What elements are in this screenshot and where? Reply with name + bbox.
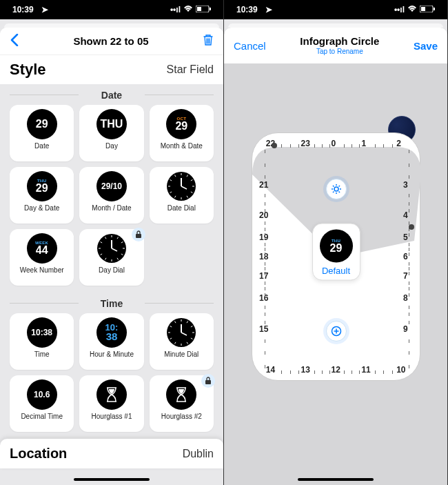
tile-minute-dial[interactable]: Minute Dial (150, 313, 214, 370)
back-button[interactable] (10, 32, 19, 50)
tile-hour-minute[interactable]: 10:38Hour & Minute (79, 313, 143, 370)
minute-dial-icon (166, 317, 196, 348)
tile-day-date[interactable]: THU29Day & Date (10, 167, 74, 224)
hour-9[interactable]: 9 (403, 324, 408, 334)
tile-month-date[interactable]: OCT29Month & Date (150, 105, 214, 161)
hour-21[interactable]: 21 (259, 180, 268, 190)
right-phone: 10:39 ➤ ••ıl Cancel Infograph Circle Tap… (224, 0, 448, 485)
right-sheet: Cancel Infograph Circle Tap to Rename Sa… (224, 28, 447, 485)
status-right: ••ıl (394, 5, 435, 14)
month-date-icon: OCT29 (166, 109, 196, 139)
handle-5[interactable] (409, 224, 414, 230)
location-row[interactable]: Location Dublin (0, 439, 223, 468)
content-area[interactable]: Date 29DateTHUDayOCT29Month & DateTHU29D… (0, 84, 223, 485)
day-date-icon: THU29 (27, 171, 57, 201)
hourglass-1-label: Hourglass #1 (92, 413, 132, 420)
hour-6[interactable]: 6 (403, 252, 408, 261)
status-bar: 10:39 ➤ ••ıl (224, 0, 447, 19)
tile-month-slash-date[interactable]: 29/10Month / Date (79, 167, 143, 224)
hour-4[interactable]: 4 (403, 210, 408, 220)
tile-hourglass-2[interactable]: Hourglass #2 (150, 375, 214, 432)
cancel-button[interactable]: Cancel (234, 40, 266, 52)
hour-14[interactable]: 14 (266, 365, 275, 375)
watch-face[interactable]: 22230123456789101112131415161718192021 T… (252, 132, 420, 381)
month-date-label: Month & Date (161, 142, 203, 150)
right-title[interactable]: Infograph Circle Tap to Rename (300, 36, 379, 55)
nav-bar: Shown 22 to 05 (0, 28, 223, 55)
style-value: Star Field (167, 63, 214, 76)
hour-16[interactable]: 16 (259, 293, 268, 303)
battery-icon (420, 5, 435, 14)
tile-hourglass-1[interactable]: Hourglass #1 (79, 375, 143, 432)
location-label: Location (10, 446, 67, 462)
week-number-label: Week Number (20, 266, 64, 274)
wifi-icon (407, 5, 417, 14)
month-slash-date-icon: 29/10 (96, 171, 127, 201)
tile-date-dial[interactable]: Date Dial (150, 167, 214, 224)
hour-3[interactable]: 3 (403, 180, 408, 190)
day-icon: THU (96, 109, 127, 139)
decimal-time-label: Decimal Time (21, 413, 63, 420)
hour-20[interactable]: 20 (259, 210, 268, 220)
section-date-header: Date (0, 84, 223, 105)
tile-day-dial[interactable]: Day Dial (79, 229, 143, 286)
style-row[interactable]: Style Star Field (0, 55, 223, 84)
rename-hint: Tap to Rename (300, 48, 379, 55)
hour-2[interactable]: 2 (396, 139, 401, 148)
hour-11[interactable]: 11 (361, 365, 370, 375)
svg-rect-1 (210, 8, 211, 10)
save-button[interactable]: Save (414, 40, 438, 52)
hourglass-2-icon (166, 379, 196, 410)
hour-23[interactable]: 23 (301, 139, 310, 148)
home-indicator[interactable] (298, 478, 374, 481)
nav-title: Shown 22 to 05 (73, 35, 148, 47)
day-dial-label: Day Dial (99, 266, 125, 274)
hour-5[interactable]: 5 (403, 232, 408, 242)
hour-minute-icon: 10:38 (96, 317, 127, 348)
svg-rect-52 (421, 7, 425, 11)
svg-line-59 (338, 192, 340, 193)
month-slash-date-label: Month / Date (92, 204, 131, 212)
status-right: ••ıl (170, 5, 211, 14)
date-grid: 29DateTHUDayOCT29Month & DateTHU29Day & … (0, 105, 223, 293)
hour-7[interactable]: 7 (403, 271, 408, 281)
day-dial-icon (96, 233, 127, 264)
hour-10[interactable]: 10 (396, 365, 405, 375)
status-time: 10:39 (12, 5, 34, 14)
hour-8[interactable]: 8 (403, 293, 408, 303)
lock-icon (132, 228, 145, 241)
center-complication[interactable]: THU 29 Default (312, 223, 360, 280)
hour-18[interactable]: 18 (259, 252, 268, 261)
gear-button[interactable] (326, 179, 347, 199)
watch-area[interactable]: 22230123456789101112131415161718192021 T… (224, 63, 447, 485)
home-indicator[interactable] (74, 478, 150, 481)
hour-12[interactable]: 12 (332, 365, 340, 375)
tile-time[interactable]: 10:38Time (10, 313, 74, 370)
wifi-icon (183, 5, 193, 14)
add-button[interactable] (326, 321, 347, 342)
tile-day[interactable]: THUDay (79, 105, 143, 161)
tile-week-number[interactable]: WEEK44Week Number (10, 229, 74, 286)
hour-0[interactable]: 0 (332, 139, 336, 148)
center-day: 29 (330, 242, 343, 253)
date-icon: 29 (27, 109, 57, 139)
svg-line-58 (333, 186, 334, 187)
week-number-icon: WEEK44 (27, 233, 57, 264)
tile-decimal-time[interactable]: 10.6Decimal Time (10, 375, 74, 432)
hour-13[interactable]: 13 (301, 365, 310, 375)
center-label: Default (322, 265, 350, 275)
time-label: Time (34, 350, 50, 358)
hour-19[interactable]: 19 (259, 232, 268, 242)
hour-15[interactable]: 15 (259, 324, 268, 334)
status-loc-icon: ➤ (41, 5, 48, 14)
trash-button[interactable] (203, 34, 214, 49)
hour-17[interactable]: 17 (259, 271, 268, 281)
right-nav: Cancel Infograph Circle Tap to Rename Sa… (224, 28, 447, 63)
svg-rect-33 (136, 234, 141, 238)
tile-date[interactable]: 29Date (10, 105, 74, 161)
left-phone: 10:39 ➤ ••ıl Shown 22 to 05 Style Star F… (0, 0, 224, 485)
location-value: Dublin (183, 448, 214, 460)
handle-22[interactable] (272, 143, 277, 148)
date-label: Date (34, 142, 49, 150)
hour-1[interactable]: 1 (361, 139, 366, 148)
